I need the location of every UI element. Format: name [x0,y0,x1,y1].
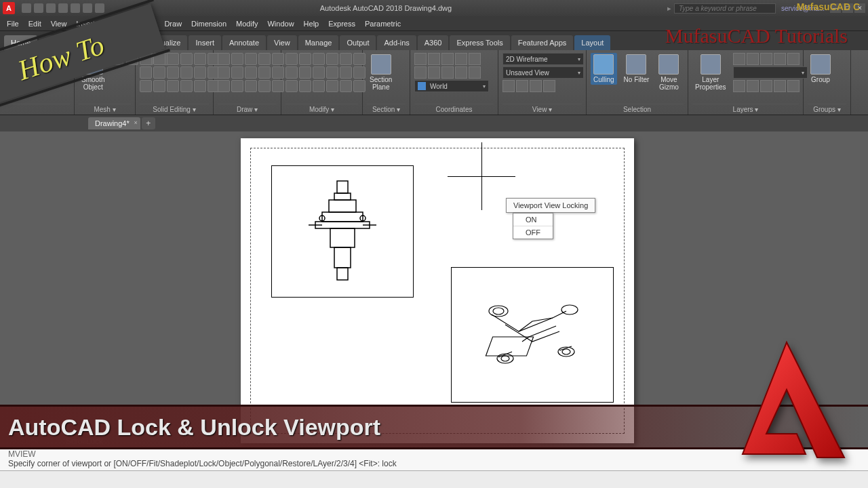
layer-tool-icon[interactable] [733,80,745,92]
menu-draw[interactable]: Draw [164,20,182,28]
viewport-1[interactable] [271,165,414,298]
tab-manage[interactable]: Manage [298,35,339,50]
tool-icon[interactable] [258,66,271,79]
layer-tool-icon[interactable] [787,53,800,65]
tool-icon[interactable] [245,66,257,79]
layer-tool-icon[interactable] [747,80,759,92]
qat-open-icon[interactable] [34,3,43,13]
tool-icon[interactable] [140,80,152,92]
menu-edit[interactable]: Edit [28,20,41,28]
panel-label-modify[interactable]: Modify ▾ [285,104,358,113]
ucs-combo[interactable]: World [414,80,489,92]
ucs-icon[interactable] [441,53,454,65]
layer-tool-icon[interactable] [774,80,786,92]
tool-icon[interactable] [231,53,243,65]
qat-undo-icon[interactable] [83,3,92,13]
panel-label-draw[interactable]: Draw ▾ [218,104,277,113]
layer-tool-icon[interactable] [774,53,786,65]
tool-icon[interactable] [326,66,338,79]
ucs-icon[interactable] [428,66,440,79]
tool-icon[interactable] [180,53,193,65]
tool-icon[interactable] [194,80,206,92]
tool-icon[interactable] [153,66,165,79]
qat-plot-icon[interactable] [71,3,80,13]
tool-icon[interactable] [326,80,338,92]
view-tool-icon[interactable] [516,80,528,92]
tool-icon[interactable] [194,66,206,79]
layer-tool-icon[interactable] [787,80,800,92]
tool-icon[interactable] [218,53,230,65]
tab-insert[interactable]: Insert [189,35,221,50]
menu-parametric[interactable]: Parametric [365,20,401,28]
view-tool-icon[interactable] [530,80,542,92]
tool-icon[interactable] [245,53,257,65]
panel-label-solid-editing[interactable]: Solid Editing ▾ [140,104,209,113]
panel-label-groups[interactable]: Groups ▾ [808,104,846,113]
no-filter-button[interactable]: No Filter [621,53,652,85]
culling-button[interactable]: Culling [591,53,617,85]
ucs-icon[interactable] [455,66,467,79]
visual-style-combo[interactable]: 2D Wireframe [502,53,584,65]
tool-icon[interactable] [340,80,352,92]
tool-icon[interactable] [231,66,243,79]
qat-saveas-icon[interactable] [58,3,68,13]
tool-icon[interactable] [299,53,311,65]
ucs-icon[interactable] [414,53,427,65]
doc-tab-drawing4[interactable]: Drawing4*× [88,117,140,129]
tool-icon[interactable] [258,53,271,65]
qat-save-icon[interactable] [46,3,56,13]
ucs-icon[interactable] [441,66,454,79]
panel-label-section[interactable]: Section ▾ [367,104,406,113]
tool-icon[interactable] [313,66,325,79]
layer-combo[interactable] [733,66,808,79]
menu-window[interactable]: Window [267,20,294,28]
tool-icon[interactable] [285,66,298,79]
tool-icon[interactable] [167,80,179,92]
crosshair-cursor[interactable] [448,142,515,210]
tool-icon[interactable] [231,80,243,92]
menu-view[interactable]: View [51,20,67,28]
qat-new-icon[interactable] [22,3,31,13]
layer-tool-icon[interactable] [733,53,745,65]
tool-icon[interactable] [340,66,352,79]
tool-icon[interactable] [167,66,179,79]
menu-express[interactable]: Express [328,20,355,28]
tool-icon[interactable] [326,53,338,65]
tool-icon[interactable] [218,80,230,92]
view-tool-icon[interactable] [502,80,515,92]
tool-icon[interactable] [285,53,298,65]
panel-label-layers[interactable]: Layers ▾ [692,104,799,113]
tool-icon[interactable] [153,80,165,92]
qat-redo-icon[interactable] [95,3,104,13]
move-gizmo-button[interactable]: Move Gizmo [656,53,682,92]
tab-layout[interactable]: Layout [574,35,610,50]
tool-icon[interactable] [313,80,325,92]
tab-output[interactable]: Output [340,35,376,50]
help-search-input[interactable] [674,3,776,14]
tool-icon[interactable] [167,53,179,65]
menu-modify[interactable]: Modify [236,20,258,28]
tab-a360[interactable]: A360 [418,35,449,50]
tool-icon[interactable] [180,66,193,79]
layer-tool-icon[interactable] [760,53,772,65]
tool-icon[interactable] [340,53,352,65]
tab-addins[interactable]: Add-ins [377,35,416,50]
menu-item-on[interactable]: ON [513,214,553,226]
tool-icon[interactable] [313,53,325,65]
menu-item-off[interactable]: OFF [513,226,553,239]
view-tool-icon[interactable] [543,80,555,92]
ucs-icon[interactable] [414,66,427,79]
ucs-icon[interactable] [469,53,481,65]
close-icon[interactable]: × [134,119,137,126]
tool-icon[interactable] [180,80,193,92]
tool-icon[interactable] [245,80,257,92]
group-button[interactable]: Group [808,53,833,85]
doc-tab-add-button[interactable]: + [142,117,155,129]
panel-label-view[interactable]: View ▾ [502,104,582,113]
tool-icon[interactable] [299,80,311,92]
viewport-2[interactable] [451,267,614,403]
layer-tool-icon[interactable] [760,80,772,92]
section-plane-button[interactable]: Section Plane [367,53,395,92]
tool-icon[interactable] [258,80,271,92]
menu-file[interactable]: File [7,20,19,28]
